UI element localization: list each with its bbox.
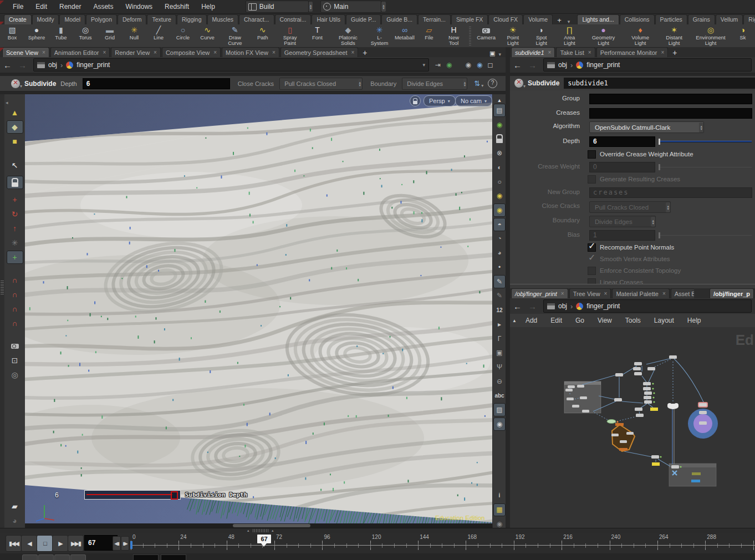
stop-button[interactable]: □: [37, 535, 53, 552]
subdivision-depth-slider[interactable]: 6 Subdivision Depth: [55, 490, 247, 500]
close-icon[interactable]: ×: [42, 49, 45, 55]
nav-forward-button[interactable]: →: [525, 302, 540, 311]
point-display-icon[interactable]: •: [493, 261, 506, 274]
shelf-tab[interactable]: Lights and...: [577, 14, 619, 24]
scene-viewport[interactable]: Persp▾ No cam▾ 6 Subdivision Depth Educa…: [25, 94, 492, 523]
rotate-tool-icon[interactable]: ↻: [7, 207, 23, 221]
shelf-tab[interactable]: Grains: [688, 14, 715, 24]
help-icon[interactable]: ?: [488, 79, 497, 88]
shelf-tab[interactable]: Muscles: [207, 14, 239, 24]
marker-pen-small-icon[interactable]: ✎: [493, 289, 506, 303]
nav-back-button[interactable]: ←: [510, 60, 525, 70]
nav-back-button[interactable]: ←: [510, 302, 525, 311]
depth-field[interactable]: 6: [589, 136, 655, 147]
tool-camera[interactable]: Camera: [474, 24, 498, 47]
shelf-tab[interactable]: Polygon: [86, 14, 117, 24]
crease-weight-slider[interactable]: [659, 166, 752, 169]
tool-metaball[interactable]: ∞ Metaball: [392, 24, 417, 47]
snapshot-tool-icon[interactable]: ◉: [463, 61, 474, 69]
shelf-tab[interactable]: Cloud FX: [488, 14, 523, 24]
menu-item[interactable]: Edit: [544, 317, 569, 324]
visualizer-icon[interactable]: ◕: [7, 514, 23, 527]
snap-multi-icon[interactable]: ∩: [7, 317, 23, 330]
shelf-tab[interactable]: Particles: [655, 14, 687, 24]
scale-tool-icon[interactable]: ↑: [7, 222, 23, 235]
menu-item[interactable]: Layout: [647, 317, 681, 324]
shelf-tab[interactable]: Modify: [32, 14, 59, 24]
op-boundary-dropdown[interactable]: Divide Edges▴▾: [402, 78, 467, 90]
pane-tab[interactable]: Tree View×: [569, 288, 611, 298]
shelf-tab[interactable]: Terrain...: [418, 14, 451, 24]
tool-sphere[interactable]: ● Sphere: [24, 24, 49, 47]
jump-to-operator-icon[interactable]: ⇥: [432, 61, 443, 69]
pose-tool-icon[interactable]: ✳: [7, 236, 23, 250]
algorithm-dropdown[interactable]: OpenSubdiv Catmull-Clark▴▾: [589, 121, 704, 133]
playbar-option-button[interactable]: [38, 554, 54, 560]
tool-spot-light[interactable]: ◗ Spot Light: [527, 24, 555, 47]
material-shading-icon[interactable]: ◓: [493, 218, 506, 231]
boundary-dropdown[interactable]: Divide Edges▴▾: [589, 216, 656, 227]
tool-circle[interactable]: ○ Circle: [171, 24, 195, 47]
op-chevron-icon[interactable]: ▾: [20, 84, 22, 89]
close-icon[interactable]: ×: [351, 49, 354, 55]
shelf-tab[interactable]: Rigging: [177, 14, 207, 24]
breadcrumb-node[interactable]: finger_print: [586, 61, 620, 69]
pane-tab[interactable]: /obj/finger_print×: [511, 288, 568, 298]
menu-item[interactable]: Redshift: [159, 0, 195, 13]
tool-tube[interactable]: ▮ Tube: [49, 24, 73, 47]
breadcrumb[interactable]: obj › finger_print ▾: [33, 58, 429, 72]
view-selector[interactable]: Main: [320, 1, 381, 13]
shelf-tab[interactable]: Vellum: [716, 14, 743, 24]
close-icon[interactable]: ×: [662, 291, 666, 297]
pane-tab[interactable]: Motion FX View×: [222, 47, 279, 57]
depth-slider[interactable]: [659, 141, 752, 143]
creases-field[interactable]: [589, 108, 752, 119]
nav-forward-button[interactable]: →: [525, 60, 540, 70]
close-icon[interactable]: ×: [588, 49, 591, 55]
pose-state-icon[interactable]: ■: [7, 135, 23, 148]
shelf-tab[interactable]: Hair Utils: [312, 14, 345, 24]
viewport-lock-icon[interactable]: [410, 95, 421, 106]
tool-box[interactable]: ▧ Box: [0, 24, 24, 47]
new-pane-tab-button[interactable]: +: [359, 48, 370, 57]
normals-display-icon[interactable]: Ψ: [493, 360, 506, 374]
viewport-layout-icon[interactable]: ▦: [493, 503, 506, 517]
playhead-flag[interactable]: 67: [257, 534, 272, 544]
stereo-view-icon[interactable]: ◉: [493, 118, 506, 131]
viewport-camera-icon[interactable]: [7, 339, 23, 353]
range-start-marker[interactable]: [130, 541, 132, 549]
wire-shade-icon[interactable]: ◔: [493, 232, 506, 246]
menu-item[interactable]: Add: [519, 317, 544, 324]
close-icon[interactable]: ×: [154, 49, 157, 55]
tool-path[interactable]: ∿ Path: [251, 24, 275, 47]
shelf-tab[interactable]: Simple FX: [451, 14, 488, 24]
tool-font[interactable]: T Font: [305, 24, 330, 47]
close-icon[interactable]: ×: [604, 291, 608, 297]
bias-slider[interactable]: [659, 235, 752, 237]
range-start-field[interactable]: [133, 554, 159, 560]
op-sort-icon[interactable]: ⇅: [474, 79, 480, 88]
tool-file[interactable]: ▱ File: [417, 24, 441, 47]
shelf-tab[interactable]: Collisions: [620, 14, 655, 24]
menu-item[interactable]: View: [591, 317, 619, 324]
view-lock-icon[interactable]: [493, 132, 506, 145]
menu-item[interactable]: Windows: [119, 0, 159, 13]
headlight-off-icon[interactable]: ⊗: [493, 146, 506, 160]
op-depth-field[interactable]: 6: [83, 78, 230, 89]
go-to-start-button[interactable]: ▮◀◀: [6, 535, 22, 552]
hq-light-icon[interactable]: ◉: [493, 189, 506, 202]
shadow-light-icon[interactable]: ◉: [493, 203, 506, 217]
shelf-menu-chevron-icon[interactable]: ▾: [565, 19, 573, 24]
pane-tab[interactable]: subdivide1×: [511, 47, 555, 57]
menu-item[interactable]: Help: [195, 0, 221, 13]
pane-menu-chevron-icon[interactable]: ▾: [497, 52, 506, 57]
shelf-tab[interactable]: Rigid Bodies: [743, 14, 755, 24]
tool-geometry-light[interactable]: ● Geometry Light: [584, 24, 623, 47]
op-close-cracks-dropdown[interactable]: Pull Cracks Closed▴▾: [279, 78, 363, 90]
node-name-field[interactable]: subdivide1: [564, 78, 755, 89]
shelf-tab[interactable]: Deform: [118, 14, 146, 24]
tool-platonic-solids[interactable]: ◆ Platonic Solids: [330, 24, 367, 47]
shelf-tab[interactable]: Constrai...: [275, 14, 312, 24]
tool-draw-curve[interactable]: ✎ Draw Curve: [220, 24, 251, 47]
nav-back-button[interactable]: ←: [0, 60, 15, 70]
